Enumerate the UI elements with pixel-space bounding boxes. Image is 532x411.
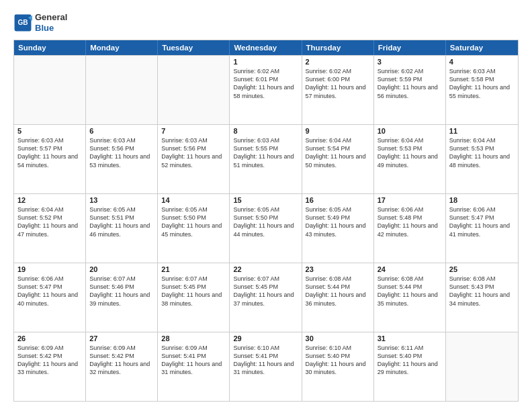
cell-info: Sunrise: 6:04 AMSunset: 5:53 PMDaylight:… [378,136,442,169]
cell-info: Sunrise: 6:08 AMSunset: 5:43 PMDaylight:… [449,275,515,308]
cell-info: Sunrise: 6:02 AMSunset: 6:00 PMDaylight:… [306,67,370,100]
day-number: 9 [306,127,370,135]
cell-info: Sunrise: 6:05 AMSunset: 5:50 PMDaylight:… [233,205,298,238]
cal-cell [14,56,86,124]
cal-cell: 14Sunrise: 6:05 AMSunset: 5:50 PMDayligh… [158,194,230,263]
cell-info: Sunrise: 6:07 AMSunset: 5:45 PMDaylight:… [233,275,298,308]
cal-cell: 29Sunrise: 6:10 AMSunset: 5:41 PMDayligh… [230,332,302,401]
cal-cell: 22Sunrise: 6:07 AMSunset: 5:45 PMDayligh… [230,263,302,332]
day-number: 26 [17,334,82,342]
cal-cell: 5Sunrise: 6:03 AMSunset: 5:57 PMDaylight… [14,125,86,193]
cal-cell [158,56,230,124]
cal-cell: 6Sunrise: 6:03 AMSunset: 5:56 PMDaylight… [86,125,158,193]
cell-info: Sunrise: 6:07 AMSunset: 5:45 PMDaylight:… [161,275,226,308]
day-number: 14 [161,196,226,204]
day-number: 15 [233,196,298,204]
cal-cell: 31Sunrise: 6:11 AMSunset: 5:40 PMDayligh… [374,332,446,401]
day-number: 8 [233,127,298,135]
cal-cell: 11Sunrise: 6:04 AMSunset: 5:53 PMDayligh… [446,125,518,193]
cell-info: Sunrise: 6:04 AMSunset: 5:53 PMDaylight:… [449,136,515,169]
cell-info: Sunrise: 6:03 AMSunset: 5:56 PMDaylight:… [89,136,154,169]
day-number: 12 [17,196,82,204]
cal-cell: 23Sunrise: 6:08 AMSunset: 5:44 PMDayligh… [302,263,374,332]
day-number: 18 [449,196,515,204]
day-number: 28 [161,334,226,342]
day-number: 5 [17,127,82,135]
week-row-1: 1Sunrise: 6:02 AMSunset: 6:01 PMDaylight… [14,55,518,124]
day-number: 23 [306,265,370,273]
day-number: 20 [89,265,154,273]
cell-info: Sunrise: 6:05 AMSunset: 5:49 PMDaylight:… [306,205,370,238]
header-day-wednesday: Wednesday [230,40,302,55]
cell-info: Sunrise: 6:04 AMSunset: 5:52 PMDaylight:… [17,205,82,238]
cell-info: Sunrise: 6:06 AMSunset: 5:47 PMDaylight:… [17,275,82,308]
week-row-2: 5Sunrise: 6:03 AMSunset: 5:57 PMDaylight… [14,124,518,193]
cal-cell: 24Sunrise: 6:08 AMSunset: 5:44 PMDayligh… [374,263,446,332]
cal-cell: 16Sunrise: 6:05 AMSunset: 5:49 PMDayligh… [302,194,374,263]
week-row-5: 26Sunrise: 6:09 AMSunset: 5:42 PMDayligh… [14,332,518,401]
week-row-4: 19Sunrise: 6:06 AMSunset: 5:47 PMDayligh… [14,263,518,332]
day-number: 7 [161,127,226,135]
day-number: 29 [233,334,298,342]
day-number: 22 [233,265,298,273]
day-number: 25 [449,265,515,273]
header-day-friday: Friday [374,40,446,55]
calendar-header: SundayMondayTuesdayWednesdayThursdayFrid… [14,40,518,55]
day-number: 2 [306,58,370,66]
cell-info: Sunrise: 6:06 AMSunset: 5:48 PMDaylight:… [378,205,442,238]
day-number: 6 [89,127,154,135]
header-day-saturday: Saturday [446,40,518,55]
cal-cell: 28Sunrise: 6:09 AMSunset: 5:41 PMDayligh… [158,332,230,401]
cell-info: Sunrise: 6:03 AMSunset: 5:58 PMDaylight:… [449,67,515,100]
cell-info: Sunrise: 6:08 AMSunset: 5:44 PMDaylight:… [306,275,370,308]
cal-cell: 17Sunrise: 6:06 AMSunset: 5:48 PMDayligh… [374,194,446,263]
logo: GB General Blue [13,12,67,33]
day-number: 30 [306,334,370,342]
cal-cell: 20Sunrise: 6:07 AMSunset: 5:46 PMDayligh… [86,263,158,332]
cal-cell: 7Sunrise: 6:03 AMSunset: 5:56 PMDaylight… [158,125,230,193]
day-number: 31 [378,334,442,342]
cal-cell: 15Sunrise: 6:05 AMSunset: 5:50 PMDayligh… [230,194,302,263]
cal-cell: 2Sunrise: 6:02 AMSunset: 6:00 PMDaylight… [302,56,374,124]
cell-info: Sunrise: 6:02 AMSunset: 5:59 PMDaylight:… [378,67,442,100]
week-row-3: 12Sunrise: 6:04 AMSunset: 5:52 PMDayligh… [14,193,518,263]
cell-info: Sunrise: 6:02 AMSunset: 6:01 PMDaylight:… [233,67,298,100]
cal-cell [446,332,518,401]
cal-cell: 3Sunrise: 6:02 AMSunset: 5:59 PMDaylight… [374,56,446,124]
cal-cell: 18Sunrise: 6:06 AMSunset: 5:47 PMDayligh… [446,194,518,263]
cal-cell: 9Sunrise: 6:04 AMSunset: 5:54 PMDaylight… [302,125,374,193]
day-number: 13 [89,196,154,204]
cell-info: Sunrise: 6:06 AMSunset: 5:47 PMDaylight:… [449,205,515,238]
day-number: 21 [161,265,226,273]
cell-info: Sunrise: 6:09 AMSunset: 5:42 PMDaylight:… [17,344,82,377]
cal-cell: 13Sunrise: 6:05 AMSunset: 5:51 PMDayligh… [86,194,158,263]
day-number: 1 [233,58,298,66]
svg-text:GB: GB [17,19,28,26]
cell-info: Sunrise: 6:10 AMSunset: 5:40 PMDaylight:… [306,344,370,377]
header-day-tuesday: Tuesday [158,40,230,55]
cell-info: Sunrise: 6:10 AMSunset: 5:41 PMDaylight:… [233,344,298,377]
cell-info: Sunrise: 6:03 AMSunset: 5:55 PMDaylight:… [233,136,298,169]
logo-icon: GB [13,13,32,32]
cal-cell: 4Sunrise: 6:03 AMSunset: 5:58 PMDaylight… [446,56,518,124]
day-number: 27 [89,334,154,342]
cal-cell: 26Sunrise: 6:09 AMSunset: 5:42 PMDayligh… [14,332,86,401]
cal-cell: 21Sunrise: 6:07 AMSunset: 5:45 PMDayligh… [158,263,230,332]
cell-info: Sunrise: 6:04 AMSunset: 5:54 PMDaylight:… [306,136,370,169]
cell-info: Sunrise: 6:11 AMSunset: 5:40 PMDaylight:… [378,344,442,377]
day-number: 3 [378,58,442,66]
cal-cell: 10Sunrise: 6:04 AMSunset: 5:53 PMDayligh… [374,125,446,193]
cal-cell: 25Sunrise: 6:08 AMSunset: 5:43 PMDayligh… [446,263,518,332]
day-number: 4 [449,58,515,66]
cell-info: Sunrise: 6:09 AMSunset: 5:42 PMDaylight:… [89,344,154,377]
cell-info: Sunrise: 6:03 AMSunset: 5:57 PMDaylight:… [17,136,82,169]
cell-info: Sunrise: 6:08 AMSunset: 5:44 PMDaylight:… [378,275,442,308]
cal-cell [86,56,158,124]
cal-cell: 27Sunrise: 6:09 AMSunset: 5:42 PMDayligh… [86,332,158,401]
header-day-thursday: Thursday [302,40,374,55]
day-number: 19 [17,265,82,273]
header-day-sunday: Sunday [14,40,86,55]
day-number: 16 [306,196,370,204]
cell-info: Sunrise: 6:07 AMSunset: 5:46 PMDaylight:… [89,275,154,308]
cell-info: Sunrise: 6:03 AMSunset: 5:56 PMDaylight:… [161,136,226,169]
